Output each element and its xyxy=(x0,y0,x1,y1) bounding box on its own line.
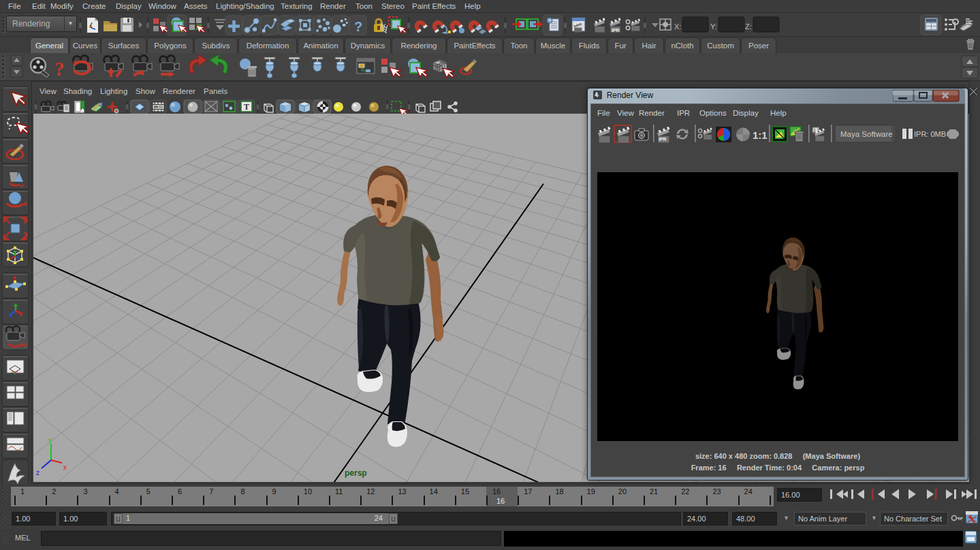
svg-text:?: ? xyxy=(54,58,65,80)
svg-text:1:1: 1:1 xyxy=(753,129,768,141)
svg-text:IPR: IPR xyxy=(659,137,667,142)
svg-text:y: y xyxy=(48,436,52,444)
svg-text:Y:: Y: xyxy=(710,22,717,31)
svg-text:X:: X: xyxy=(674,22,681,31)
svg-text:Z:: Z: xyxy=(745,22,752,31)
svg-text:IPR: IPR xyxy=(612,28,620,33)
svg-text:z: z xyxy=(36,469,39,476)
svg-text:?: ? xyxy=(354,19,362,34)
svg-text:x: x xyxy=(63,464,67,471)
svg-text:IPR: 0MB: IPR: 0MB xyxy=(914,130,946,138)
svg-text:Maya Software: Maya Software xyxy=(840,130,893,138)
svg-text:T: T xyxy=(244,102,249,112)
